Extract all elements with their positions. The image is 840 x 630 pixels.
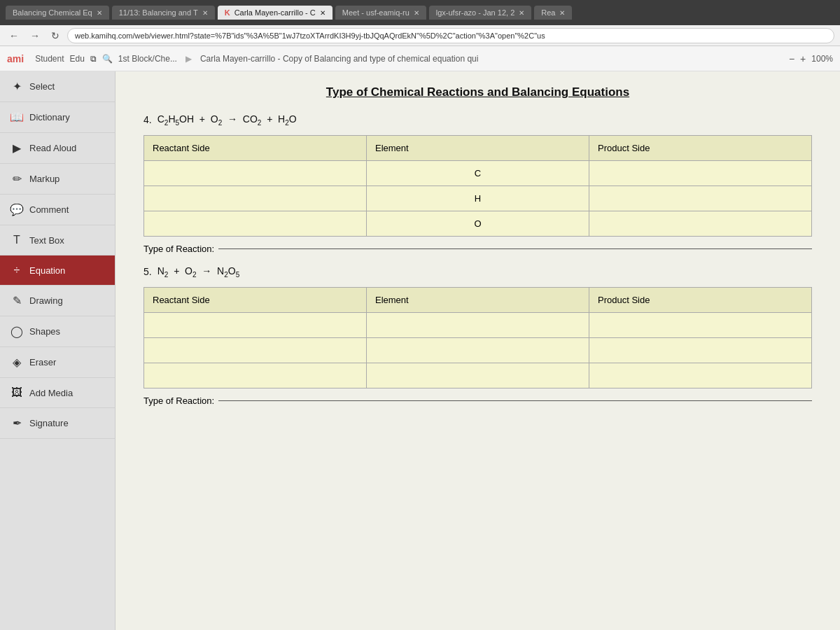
- sidebar-item-text-box[interactable]: T Text Box: [0, 225, 115, 255]
- tab-close[interactable]: ✕: [519, 9, 524, 17]
- sidebar-label-drawing: Drawing: [29, 295, 63, 306]
- q4-r2-product[interactable]: [589, 186, 812, 211]
- q4-type-reaction-row: Type of Reaction:: [144, 244, 812, 254]
- table-row: C: [144, 160, 812, 186]
- q5-header-reactant: Reactant Side: [144, 287, 367, 312]
- table-row: [144, 312, 812, 337]
- q4-r3-product[interactable]: [589, 211, 812, 236]
- tab-close[interactable]: ✕: [414, 9, 419, 17]
- tab-close[interactable]: ✕: [559, 9, 565, 17]
- q4-r2-reactant[interactable]: [144, 186, 367, 211]
- question4-row: 4. C2H5OH + O2 → CO2 + H2O: [144, 113, 812, 127]
- edu-link[interactable]: Edu: [70, 54, 85, 64]
- question5-row: 5. N2 + O2 → N2O5: [144, 265, 812, 279]
- sidebar-item-signature[interactable]: ✒ Signature: [0, 408, 115, 439]
- question5-table: Reactant Side Element Product Side: [144, 287, 812, 388]
- sidebar-label-markup: Markup: [29, 174, 59, 184]
- browser-bar: ← → ↻: [0, 25, 840, 46]
- q5-r3-reactant[interactable]: [144, 363, 367, 388]
- tab-1113[interactable]: 11/13: Balancing and T ✕: [112, 6, 215, 20]
- browser-chrome: Balancing Chemical Eq ✕ 11/13: Balancing…: [0, 0, 840, 25]
- text-box-icon: T: [10, 234, 24, 246]
- sidebar-item-shapes[interactable]: ◯ Shapes: [0, 316, 115, 347]
- sidebar: ✦ Select 📖 Dictionary ▶ Read Aloud ✏ Mar…: [0, 71, 115, 630]
- sidebar-label-text-box: Text Box: [29, 235, 64, 246]
- sidebar-item-read-aloud[interactable]: ▶ Read Aloud: [0, 133, 115, 164]
- q5-r2-product[interactable]: [589, 337, 812, 363]
- q4-r1-product[interactable]: [589, 160, 812, 186]
- sidebar-item-markup[interactable]: ✏ Markup: [0, 164, 115, 195]
- eraser-icon: ◈: [10, 356, 24, 369]
- q5-type-label: Type of Reaction:: [144, 396, 214, 406]
- document-title: Type of Chemical Reactions and Balancing…: [144, 85, 812, 99]
- q5-r2-reactant[interactable]: [144, 337, 367, 363]
- breadcrumb1[interactable]: 1st Block/Che...: [118, 54, 177, 64]
- app-toolbar: ami Student Edu ⧉ 🔍 1st Block/Che... ▶ C…: [0, 46, 840, 71]
- refresh-button[interactable]: ↻: [48, 29, 63, 43]
- student-link[interactable]: Student: [35, 54, 64, 64]
- q4-type-label: Type of Reaction:: [144, 244, 214, 254]
- table-row: [144, 363, 812, 388]
- tab-rea[interactable]: Rea ✕: [534, 6, 572, 20]
- sidebar-item-dictionary[interactable]: 📖 Dictionary: [0, 102, 115, 133]
- sidebar-item-equation[interactable]: ÷ Equation: [0, 255, 115, 286]
- url-bar[interactable]: [67, 28, 834, 43]
- q5-header-element: Element: [367, 287, 589, 312]
- table-row: O: [144, 211, 812, 236]
- search-icon[interactable]: 🔍: [102, 54, 113, 64]
- k-icon: K: [225, 8, 230, 17]
- q5-type-blank[interactable]: [218, 400, 812, 401]
- q4-type-blank[interactable]: [218, 248, 812, 249]
- tab-meet[interactable]: Meet - usf-eamiq-ru ✕: [335, 6, 426, 20]
- content-area: Type of Chemical Reactions and Balancing…: [115, 71, 840, 630]
- q5-r3-product[interactable]: [589, 363, 812, 388]
- sidebar-item-drawing[interactable]: ✎ Drawing: [0, 286, 115, 316]
- q4-header-reactant: Reactant Side: [144, 135, 367, 160]
- q5-header-product: Product Side: [589, 287, 812, 312]
- sidebar-label-read-aloud: Read Aloud: [29, 143, 76, 153]
- sidebar-label-add-media: Add Media: [29, 388, 73, 398]
- sidebar-label-signature: Signature: [29, 418, 69, 428]
- toolbar-right: − + 100%: [789, 53, 833, 64]
- select-icon: ✦: [10, 80, 24, 93]
- app-logo: ami: [7, 53, 24, 64]
- tab-carla[interactable]: K Carla Mayen-carrillo - C ✕: [218, 6, 332, 20]
- zoom-minus-button[interactable]: −: [789, 53, 794, 64]
- zoom-plus-button[interactable]: +: [800, 53, 806, 64]
- sidebar-label-dictionary: Dictionary: [29, 112, 70, 122]
- sidebar-item-comment[interactable]: 💬 Comment: [0, 195, 115, 225]
- q5-r3-element: [367, 363, 589, 388]
- q5-type-reaction-row: Type of Reaction:: [144, 396, 812, 406]
- q4-r3-element: O: [367, 211, 589, 236]
- q5-r1-product[interactable]: [589, 312, 812, 337]
- table-row: [144, 337, 812, 363]
- sidebar-label-comment: Comment: [29, 204, 69, 215]
- tab-close[interactable]: ✕: [320, 9, 326, 17]
- q4-r3-reactant[interactable]: [144, 211, 367, 236]
- equation-icon: ÷: [10, 264, 24, 276]
- q4-r1-element: C: [367, 160, 589, 186]
- back-button[interactable]: ←: [6, 29, 22, 43]
- sidebar-label-equation: Equation: [29, 265, 65, 276]
- tab-lgx[interactable]: lgx-ufsr-azo - Jan 12, 2 ✕: [429, 6, 532, 20]
- q4-r2-element: H: [367, 186, 589, 211]
- dictionary-icon: 📖: [10, 111, 24, 124]
- breadcrumb2[interactable]: Carla Mayen-carrillo - Copy of Balancing…: [200, 54, 479, 64]
- sidebar-label-eraser: Eraser: [29, 357, 56, 368]
- window-icon[interactable]: ⧉: [90, 54, 97, 64]
- signature-icon: ✒: [10, 416, 24, 430]
- forward-button[interactable]: →: [27, 29, 43, 43]
- question4-formula: C2H5OH + O2 → CO2 + H2O: [158, 113, 297, 127]
- q5-r1-reactant[interactable]: [144, 312, 367, 337]
- sidebar-label-select: Select: [29, 81, 55, 92]
- q4-r1-reactant[interactable]: [144, 160, 367, 186]
- main-layout: ✦ Select 📖 Dictionary ▶ Read Aloud ✏ Mar…: [0, 71, 840, 630]
- tab-close[interactable]: ✕: [202, 9, 208, 17]
- markup-icon: ✏: [10, 172, 24, 186]
- sidebar-item-select[interactable]: ✦ Select: [0, 71, 115, 102]
- breadcrumb-arrow: ▶: [186, 54, 192, 64]
- tab-balancing[interactable]: Balancing Chemical Eq ✕: [6, 6, 109, 20]
- tab-close[interactable]: ✕: [97, 9, 102, 17]
- sidebar-item-eraser[interactable]: ◈ Eraser: [0, 347, 115, 378]
- sidebar-item-add-media[interactable]: 🖼 Add Media: [0, 378, 115, 408]
